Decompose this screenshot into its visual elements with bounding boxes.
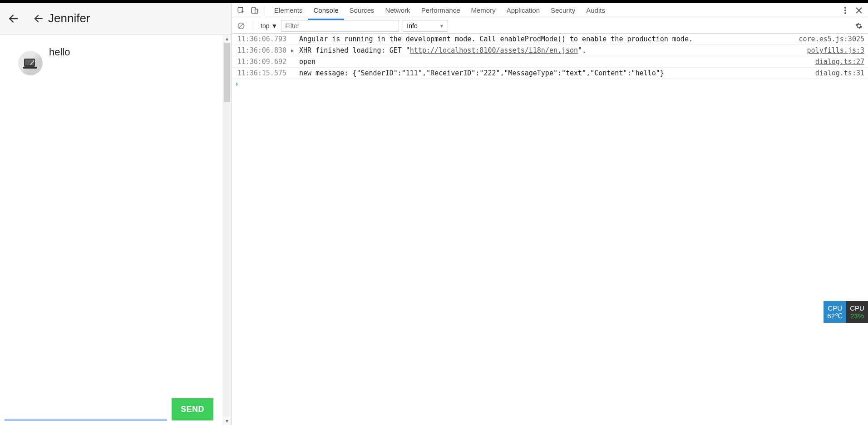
cpu-temp-cell: CPU 62℃: [824, 301, 846, 323]
clear-console-icon[interactable]: [235, 20, 247, 32]
expand-icon: [291, 35, 296, 36]
message-row: hello: [18, 44, 216, 75]
log-timestamp: 11:36:06.830: [234, 46, 288, 54]
log-row: 11:36:06.830▶XHR finished loading: GET "…: [232, 45, 868, 56]
log-level-label: Info: [407, 22, 417, 30]
message-input[interactable]: [5, 406, 167, 420]
console-prompt-row: ›: [232, 79, 868, 89]
log-timestamp: 11:36:06.793: [234, 35, 288, 43]
send-button[interactable]: SEND: [172, 398, 213, 420]
tab-application[interactable]: Application: [501, 4, 545, 17]
devtools-panel: ElementsConsoleSourcesNetworkPerformance…: [232, 3, 868, 425]
close-devtools-icon[interactable]: [853, 4, 865, 17]
app-header: Jennifer: [0, 3, 232, 35]
log-timestamp: 11:36:09.692: [234, 58, 288, 66]
svg-rect-5: [23, 67, 37, 69]
log-link[interactable]: http://localhost:8100/assets/i18n/en.jso…: [410, 46, 578, 54]
scroll-thumb[interactable]: [224, 43, 230, 102]
cpu-usage-value: 23%: [850, 312, 864, 320]
cpu-temp-label: CPU: [828, 304, 842, 312]
kebab-menu-icon[interactable]: [839, 4, 852, 17]
tab-elements[interactable]: Elements: [269, 4, 308, 17]
cpu-temp-value: 62℃: [827, 312, 843, 320]
log-level-selector[interactable]: Info ▼: [403, 20, 448, 32]
svg-point-9: [844, 7, 846, 9]
device-toggle-icon[interactable]: [248, 4, 261, 17]
svg-rect-8: [255, 9, 258, 13]
browser-back-button[interactable]: [5, 10, 23, 28]
svg-line-15: [239, 24, 243, 28]
devtools-tabbar: ElementsConsoleSourcesNetworkPerformance…: [232, 3, 868, 18]
expand-icon[interactable]: ▶: [291, 46, 296, 54]
log-source-link[interactable]: dialog.ts:27: [811, 58, 864, 66]
cpu-widget: CPU 62℃ CPU 23%: [824, 301, 868, 323]
page-title: Jennifer: [48, 11, 90, 25]
console-input[interactable]: [242, 80, 865, 88]
tab-network[interactable]: Network: [380, 4, 416, 17]
scrollbar[interactable]: ▲ ▼: [222, 35, 232, 425]
log-message: Angular is running in the development mo…: [299, 35, 792, 43]
log-row: 11:36:15.575new message: {"SenderID":"11…: [232, 68, 868, 79]
log-source-link[interactable]: dialog.ts:31: [811, 69, 864, 77]
tab-console[interactable]: Console: [308, 4, 344, 17]
log-message: open: [299, 58, 808, 66]
cpu-usage-label: CPU: [850, 304, 864, 312]
cpu-usage-cell: CPU 23%: [846, 301, 868, 323]
expand-icon: [291, 69, 296, 70]
svg-point-10: [844, 10, 846, 11]
context-selector[interactable]: top ▼: [261, 22, 277, 30]
tab-sources[interactable]: Sources: [344, 4, 380, 17]
tab-audits[interactable]: Audits: [581, 4, 611, 17]
svg-point-11: [844, 12, 846, 14]
log-message: new message: {"SenderID":"111","Receiver…: [299, 69, 808, 77]
prompt-chevron-icon: ›: [235, 80, 242, 88]
log-row: 11:36:09.692opendialog.ts:27: [232, 56, 868, 68]
console-settings-icon[interactable]: [853, 20, 865, 32]
compose-bar: SEND: [0, 398, 218, 425]
console-toolbar: top ▼ Info ▼: [232, 18, 868, 34]
log-timestamp: 11:36:15.575: [234, 69, 288, 77]
log-source-link[interactable]: core.es5.js:3025: [794, 35, 865, 43]
tab-performance[interactable]: Performance: [416, 4, 466, 17]
message-text: hello: [49, 44, 70, 58]
tab-security[interactable]: Security: [545, 4, 581, 17]
message-list: hello: [0, 35, 222, 425]
scroll-up-button[interactable]: ▲: [223, 35, 231, 43]
app-back-button[interactable]: [32, 10, 45, 28]
chevron-down-icon: ▼: [439, 23, 444, 29]
scroll-track[interactable]: [223, 43, 231, 417]
log-message: XHR finished loading: GET "http://localh…: [299, 46, 800, 54]
console-log-area: 11:36:06.793Angular is running in the de…: [232, 34, 868, 425]
context-label: top: [261, 22, 269, 30]
chat-body: hello ▲ ▼: [0, 35, 232, 425]
expand-icon: [291, 58, 296, 59]
log-row: 11:36:06.793Angular is running in the de…: [232, 34, 868, 45]
log-source-link[interactable]: polyfills.js:3: [803, 46, 864, 54]
scroll-down-button[interactable]: ▼: [223, 417, 231, 425]
inspect-icon[interactable]: [235, 4, 247, 17]
filter-input[interactable]: [281, 20, 399, 32]
chevron-down-icon: ▼: [271, 22, 277, 30]
tab-memory[interactable]: Memory: [466, 4, 501, 17]
avatar: [18, 51, 43, 75]
chat-app: Jennifer hello ▲: [0, 3, 232, 425]
